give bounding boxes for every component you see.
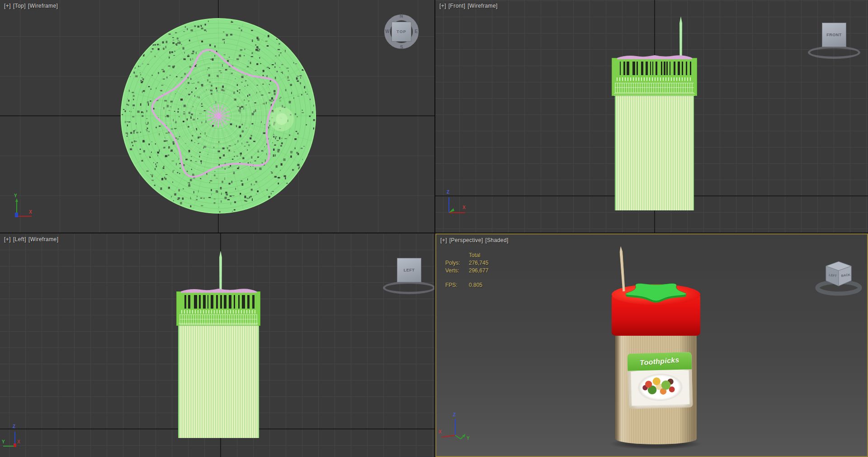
product-label: Toothpicks xyxy=(627,352,693,409)
compass-north-label[interactable]: N xyxy=(400,14,403,19)
compass-south-label[interactable]: S xyxy=(400,45,403,50)
viewport-label-left: [+] [Left] [Wireframe] xyxy=(4,236,58,243)
viewport-statistics: Total Polys:276,745 Verts:296,677 FPS:0.… xyxy=(445,252,488,289)
viewcube-face-label[interactable]: LEFT xyxy=(397,258,421,282)
axis-y-label: Y xyxy=(14,193,17,198)
axis-x-label: X xyxy=(439,429,442,434)
axis-tripod-icon: Z X xyxy=(439,187,475,224)
viewport-view-button[interactable]: [Front] xyxy=(448,3,465,9)
wire-toothpick xyxy=(218,251,223,292)
axis-tripod-icon: Z Y X xyxy=(1,421,37,457)
stats-polys-label: Polys: xyxy=(445,259,469,267)
viewcube-face-label[interactable]: TOP xyxy=(392,22,411,42)
stats-total-header: Total xyxy=(469,252,480,259)
viewport-left[interactable]: [+] [Left] [Wireframe] LEFT Z Y X xyxy=(0,233,434,457)
viewport-menu-button[interactable]: [+] xyxy=(4,236,11,243)
axis-y-label: Y xyxy=(467,436,470,441)
top-wireframe-object[interactable] xyxy=(0,0,434,233)
viewcube-perspective[interactable]: LEFT BACK xyxy=(811,250,867,298)
viewport-shading-button[interactable]: [Wireframe] xyxy=(28,3,58,9)
label-band: Toothpicks xyxy=(627,352,692,371)
wire-body xyxy=(178,326,259,438)
axis-x-label: X xyxy=(17,439,20,444)
axis-tripod-icon: Y X xyxy=(2,192,38,228)
axis-z-label: Z xyxy=(453,412,456,417)
wire-body xyxy=(615,96,694,210)
axis-y-label: Y xyxy=(2,439,5,444)
viewport-label-front: [+] [Front] [Wireframe] xyxy=(439,3,498,9)
viewcube-left[interactable]: LEFT xyxy=(382,253,434,295)
viewcube-base-ring[interactable] xyxy=(383,281,434,294)
viewport-front[interactable]: [+] [Front] [Wireframe] FRONT Z X xyxy=(435,0,868,233)
stats-fps-label: FPS: xyxy=(445,281,469,289)
stats-fps-value: 0.805 xyxy=(469,281,482,289)
viewport-label-perspective: [+] [Perspective] [Shaded] xyxy=(440,237,509,243)
viewcube-face-label[interactable]: FRONT xyxy=(822,23,846,47)
viewport-view-button[interactable]: [Perspective] xyxy=(449,237,483,243)
wire-cap xyxy=(612,58,697,96)
compass-west-label[interactable]: W xyxy=(385,29,389,34)
axis-tripod-icon: Z X Y xyxy=(438,412,479,452)
viewport-shading-button[interactable]: [Shaded] xyxy=(485,237,508,243)
viewcube-top[interactable]: N W E S TOP xyxy=(384,14,419,49)
viewport-quad: [+] [Top] [Wireframe] N W E S TOP Y X xyxy=(0,0,868,457)
viewcube-front[interactable]: FRONT xyxy=(807,18,861,60)
viewport-top[interactable]: [+] [Top] [Wireframe] N W E S TOP Y X xyxy=(0,0,434,233)
viewcube-base-ring[interactable] xyxy=(808,46,860,59)
stats-polys-value: 276,745 xyxy=(469,259,488,267)
wire-cap xyxy=(176,291,260,326)
toothpick-container-object[interactable]: Toothpicks xyxy=(436,234,867,456)
viewport-shading-button[interactable]: [Wireframe] xyxy=(467,3,497,9)
viewport-perspective-active[interactable]: Toothpicks [+] [Perspective] [Shaded] To… xyxy=(435,233,868,457)
wire-lid-top xyxy=(180,287,258,293)
label-food-photo xyxy=(631,370,689,405)
axis-x-label: X xyxy=(462,205,466,210)
viewport-view-button[interactable]: [Left] xyxy=(13,236,26,243)
viewport-view-button[interactable]: [Top] xyxy=(13,3,26,9)
label-title: Toothpicks xyxy=(639,356,679,367)
viewport-menu-button[interactable]: [+] xyxy=(440,237,447,243)
axis-z-label: Z xyxy=(13,424,15,429)
stats-verts-label: Verts: xyxy=(445,267,469,275)
stats-verts-value: 296,677 xyxy=(469,267,488,275)
cap-star xyxy=(616,280,696,304)
viewport-label-top: [+] [Top] [Wireframe] xyxy=(4,3,58,9)
wire-lid-top xyxy=(616,54,693,59)
viewport-menu-button[interactable]: [+] xyxy=(4,3,11,9)
axis-z-label: Z xyxy=(447,190,449,195)
wire-toothpick xyxy=(679,16,683,59)
compass-east-label[interactable]: E xyxy=(415,29,418,34)
viewport-menu-button[interactable]: [+] xyxy=(439,3,446,9)
viewport-shading-button[interactable]: [Wireframe] xyxy=(28,236,58,243)
axis-x-label: X xyxy=(29,209,32,214)
